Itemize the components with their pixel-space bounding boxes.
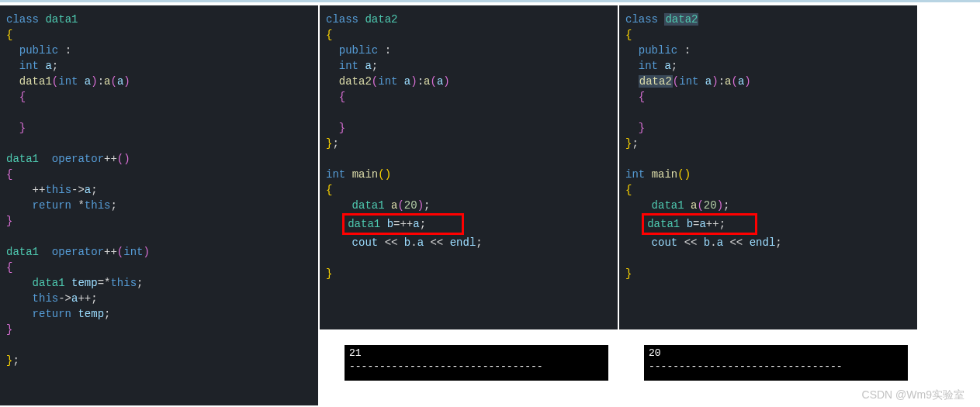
code-line: data2(int a):a(a) xyxy=(326,74,615,89)
column-1: class data1 { public : int a; data1(int … xyxy=(0,5,318,405)
code-line xyxy=(6,229,315,244)
code-line: this->a++; xyxy=(6,291,315,306)
code-line: int main() xyxy=(625,167,914,182)
code-line: int a; xyxy=(6,58,315,74)
code-line: class data2 xyxy=(326,12,615,27)
console-output-3: 20 -------------------------------- xyxy=(644,345,908,381)
code-line: { xyxy=(326,182,615,198)
code-line: { xyxy=(6,167,315,182)
column-2: class data2 { public : int a; data2(int … xyxy=(320,5,618,405)
column-3: class data2 { public : int a; data2(int … xyxy=(619,5,917,405)
code-line: public : xyxy=(326,43,615,58)
code-line: } xyxy=(326,266,615,281)
code-line: public : xyxy=(625,43,914,58)
console-value: 21 xyxy=(349,347,604,360)
code-line: { xyxy=(625,89,914,105)
code-line: } xyxy=(6,120,315,136)
console-value: 20 xyxy=(649,347,903,360)
code-panel-1[interactable]: class data1 { public : int a; data1(int … xyxy=(0,5,318,405)
code-line: } xyxy=(6,213,315,229)
code-line: }; xyxy=(326,136,615,151)
code-line xyxy=(326,250,615,266)
console-divider: -------------------------------- xyxy=(349,360,604,373)
highlighted-code-line: data1 b=a++; xyxy=(625,213,914,235)
code-line: return temp; xyxy=(6,306,315,322)
code-line xyxy=(625,250,914,266)
code-line: cout << b.a << endl; xyxy=(625,235,914,250)
code-line xyxy=(6,105,315,120)
main-container: class data1 { public : int a; data1(int … xyxy=(0,2,980,407)
console-output-2: 21 -------------------------------- xyxy=(345,345,608,381)
console-divider: -------------------------------- xyxy=(649,360,903,373)
code-line: int a; xyxy=(326,58,615,74)
code-line: data1 temp=*this; xyxy=(6,275,315,291)
code-line: return *this; xyxy=(6,198,315,213)
code-line: data1 operator++() xyxy=(6,151,315,167)
code-line: data1 a(20); xyxy=(326,198,615,213)
code-line: } xyxy=(6,322,315,337)
code-line: } xyxy=(625,120,914,136)
code-line: ++this->a; xyxy=(6,182,315,198)
code-panel-3[interactable]: class data2 { public : int a; data2(int … xyxy=(619,5,917,329)
code-line: }; xyxy=(6,353,315,368)
highlighted-code-line: data1 b=++a; xyxy=(326,213,615,235)
code-line: { xyxy=(625,27,914,43)
code-line xyxy=(326,105,615,120)
code-line: { xyxy=(6,27,315,43)
code-line: int a; xyxy=(625,58,914,74)
code-line: { xyxy=(6,260,315,275)
code-panel-2[interactable]: class data2 { public : int a; data2(int … xyxy=(320,5,618,329)
code-line: class data2 xyxy=(625,12,914,27)
code-line xyxy=(326,151,615,167)
code-line: int main() xyxy=(326,167,615,182)
code-line: public : xyxy=(6,43,315,58)
code-line: data1 operator++(int) xyxy=(6,244,315,260)
code-line: } xyxy=(625,266,914,281)
code-line: } xyxy=(326,120,615,136)
code-line: { xyxy=(326,27,615,43)
code-line: { xyxy=(625,182,914,198)
code-line: { xyxy=(6,89,315,105)
watermark-text: CSDN @Wm9实验室 xyxy=(862,388,964,402)
code-line: { xyxy=(326,89,615,105)
code-line: cout << b.a << endl; xyxy=(326,235,615,250)
code-line xyxy=(6,136,315,151)
code-line: data2(int a):a(a) xyxy=(625,74,914,89)
code-line xyxy=(6,337,315,353)
code-line xyxy=(625,151,914,167)
code-line: }; xyxy=(625,136,914,151)
code-line xyxy=(625,105,914,120)
code-line: data1(int a):a(a) xyxy=(6,74,315,89)
code-line: class data1 xyxy=(6,12,315,27)
code-line: data1 a(20); xyxy=(625,198,914,213)
